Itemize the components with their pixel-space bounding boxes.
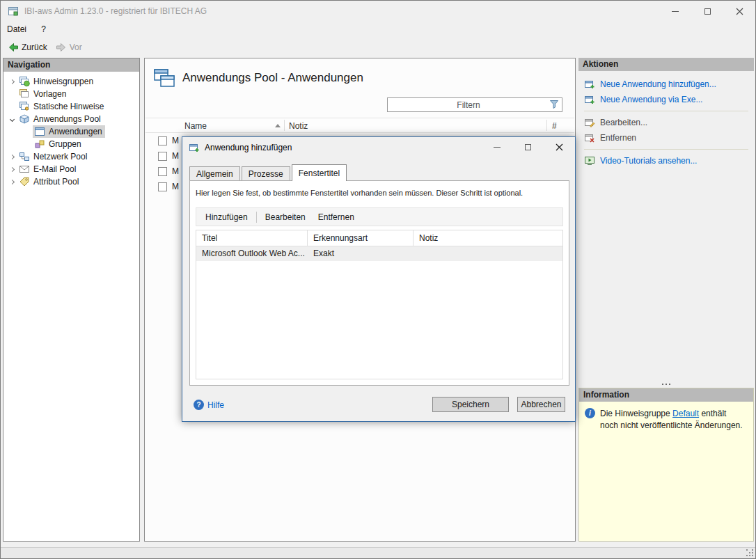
dialog-minimize-button[interactable]: [481, 137, 512, 157]
chevron-right-icon[interactable]: [6, 168, 17, 171]
cell-notiz: [414, 246, 562, 261]
dialog-icon: [189, 142, 200, 153]
nav-item-hinweisgruppen[interactable]: Hinweisgruppen: [3, 75, 139, 88]
row-checkbox[interactable]: [158, 152, 167, 161]
minimize-button[interactable]: [659, 1, 691, 22]
separator: [584, 149, 748, 150]
edit-icon: [584, 117, 595, 128]
filter-input[interactable]: [387, 97, 562, 112]
add-button[interactable]: Hinzufügen: [199, 210, 254, 225]
remove-icon: [584, 132, 595, 143]
gruppen-icon: [34, 139, 45, 150]
nav-item-label: Statische Hinweise: [33, 102, 104, 111]
dialog-maximize-button[interactable]: [512, 137, 544, 157]
panel-splitter[interactable]: [578, 380, 754, 388]
row-checkbox[interactable]: [158, 167, 167, 176]
column-header-erkennungsart[interactable]: Erkennungsart: [308, 230, 414, 246]
nav-item-anwendungen[interactable]: Anwendungen: [3, 125, 139, 138]
filter-box: [387, 97, 562, 112]
action-video-tutorials[interactable]: Video-Tutorials ansehen...: [578, 153, 754, 168]
minimize-icon: [672, 11, 679, 12]
info-text-before: Die Hinweisgruppe: [600, 409, 672, 418]
navigation-tree: Hinweisgruppen Vorlagen Statische Hinwei…: [3, 72, 139, 188]
column-separator: [546, 120, 547, 131]
nav-item-label: Gruppen: [49, 139, 81, 149]
forward-arrow-icon: [56, 42, 67, 53]
row-checkbox[interactable]: [158, 182, 167, 191]
default-group-link[interactable]: Default: [672, 409, 699, 418]
cell-erkennungsart: Exakt: [308, 246, 414, 261]
new-application-icon: [584, 79, 595, 90]
action-new-application[interactable]: Neue Anwendung hinzufügen...: [578, 77, 754, 92]
hinweisgruppen-icon: [19, 76, 30, 87]
close-icon: [556, 143, 563, 151]
action-new-application-via-exe[interactable]: Neue Anwendung via Exe...: [578, 92, 754, 107]
info-icon: i: [585, 408, 595, 418]
remove-button[interactable]: Entfernen: [312, 210, 361, 225]
chevron-right-icon[interactable]: [6, 80, 17, 84]
row-name: M: [172, 151, 179, 161]
tab-description: Hier legen Sie fest, ob bestimmte Fenste…: [196, 189, 566, 197]
vorlagen-icon: [19, 88, 30, 100]
table-header-row: Titel Erkennungsart Notiz: [196, 230, 562, 246]
window-titles-table: Titel Erkennungsart Notiz Microsoft Outl…: [196, 230, 563, 379]
information-panel: Information i Die Hinweisgruppe Default …: [578, 388, 754, 542]
back-arrow-icon: [8, 42, 19, 53]
new-application-exe-icon: [584, 94, 595, 105]
action-label: Neue Anwendung via Exe...: [600, 95, 702, 104]
nav-item-attribut-pool[interactable]: Attribut Pool: [3, 175, 139, 188]
tab-fenstertitel[interactable]: Fenstertitel: [292, 164, 347, 181]
add-application-dialog: Anwendung hinzufügen Allgemein Prozesse …: [182, 136, 576, 422]
cancel-button[interactable]: Abbrechen: [517, 397, 565, 412]
page-title: Anwendungs Pool - Anwendungen: [182, 71, 363, 85]
chevron-right-icon[interactable]: [6, 180, 17, 184]
nav-item-netzwerk-pool[interactable]: Netzwerk Pool: [3, 150, 139, 163]
nav-item-email-pool[interactable]: E-Mail Pool: [3, 163, 139, 175]
sort-ascending-icon: [275, 124, 281, 127]
tab-prozesse[interactable]: Prozesse: [242, 166, 290, 180]
app-icon: [8, 6, 19, 17]
dialog-titlebar: Anwendung hinzufügen: [182, 137, 575, 158]
nav-item-vorlagen[interactable]: Vorlagen: [3, 88, 139, 100]
row-name: M: [172, 166, 179, 176]
cell-titel: Microsoft Outlook Web Ac...: [196, 246, 308, 261]
edit-button[interactable]: Bearbeiten: [259, 210, 312, 225]
maximize-button[interactable]: [691, 1, 723, 22]
chevron-down-icon[interactable]: [6, 118, 17, 121]
information-text: Die Hinweisgruppe Default enthält noch n…: [600, 408, 746, 432]
nav-item-anwendungs-pool[interactable]: Anwendungs Pool: [3, 113, 139, 125]
actions-panel: Aktionen Neue Anwendung hinzufügen... Ne…: [578, 58, 754, 380]
action-remove[interactable]: Entfernen: [578, 130, 754, 145]
netzwerk-pool-icon: [19, 151, 30, 162]
column-header-name[interactable]: Name: [184, 121, 207, 131]
nav-item-label: Netzwerk Pool: [33, 152, 87, 162]
chevron-right-icon[interactable]: [6, 155, 17, 159]
tab-allgemein[interactable]: Allgemein: [189, 166, 240, 180]
action-label: Neue Anwendung hinzufügen...: [600, 79, 716, 89]
video-tutorials-icon: [584, 155, 595, 166]
forward-button[interactable]: Vor: [54, 40, 86, 54]
nav-item-label: Anwendungs Pool: [33, 114, 101, 124]
titlebar: IBI-aws Admin 1.23.0 - registriert für I…: [1, 1, 755, 22]
help-link[interactable]: ? Hilfe: [194, 400, 224, 410]
column-header-notiz[interactable]: Notiz: [289, 121, 308, 131]
save-button[interactable]: Speichern: [432, 397, 509, 412]
nav-item-statische-hinweise[interactable]: Statische Hinweise: [3, 100, 139, 113]
column-header-hash[interactable]: #: [552, 121, 557, 131]
menu-datei[interactable]: Datei: [1, 22, 33, 37]
row-checkbox[interactable]: [158, 136, 167, 145]
column-header-titel[interactable]: Titel: [196, 230, 308, 246]
menubar: Datei ?: [1, 22, 755, 38]
navigation-panel: Navigation Hinweisgruppen Vorlagen Stati…: [3, 58, 140, 542]
table-row[interactable]: Microsoft Outlook Web Ac... Exakt: [196, 246, 562, 261]
close-button[interactable]: [723, 1, 755, 22]
back-button[interactable]: Zurück: [6, 40, 52, 54]
column-header-notiz[interactable]: Notiz: [414, 230, 562, 246]
nav-item-label: Vorlagen: [33, 89, 66, 99]
nav-item-gruppen[interactable]: Gruppen: [3, 138, 139, 150]
menu-help[interactable]: ?: [35, 22, 52, 37]
dialog-close-button[interactable]: [544, 137, 575, 157]
filter-icon: [549, 100, 559, 109]
resize-grip[interactable]: [746, 549, 753, 556]
action-edit[interactable]: Bearbeiten...: [578, 115, 754, 130]
